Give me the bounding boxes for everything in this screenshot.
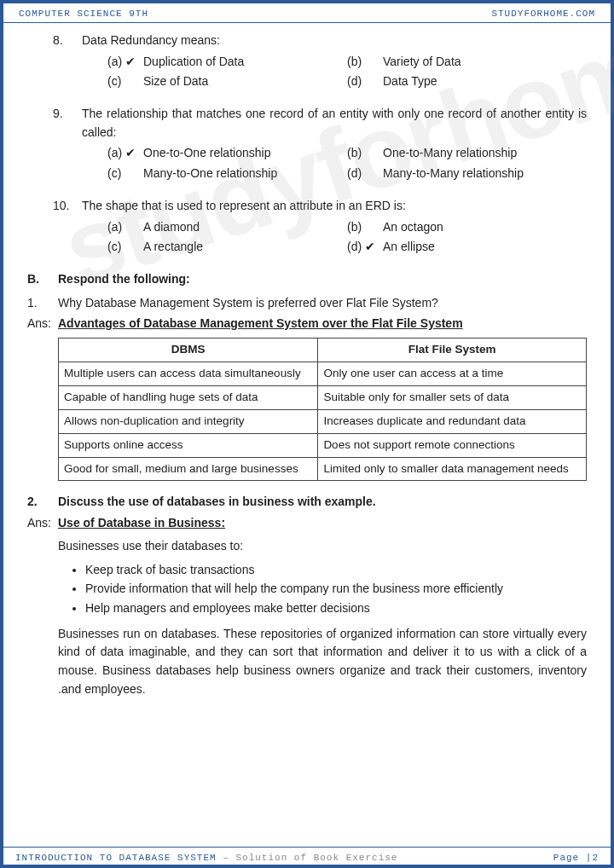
footer-title: INTRODUCTION TO DATABASE SYSTEM: [15, 853, 217, 863]
footer-left: INTRODUCTION TO DATABASE SYSTEM – Soluti…: [15, 853, 397, 863]
q-num: 1.: [27, 294, 58, 313]
section-text: Respond the following:: [58, 270, 190, 289]
q-text: Discuss the use of databases in business…: [58, 493, 376, 512]
mcq-8: 8.Data Redundancy means: (a) ✔Duplicatio…: [53, 32, 587, 93]
mcq-10: 10.The shape that is used to represent a…: [53, 197, 587, 258]
question-1: 1. Why Database Management System is pre…: [27, 294, 587, 313]
intro-text: Businesses use their databases to:: [58, 537, 587, 556]
table-cell: Increases duplicate and redundant data: [318, 409, 587, 433]
opt-text: A rectangle: [143, 238, 347, 257]
opt-label: (c): [107, 238, 143, 257]
q-text: Data Redundancy means:: [82, 32, 587, 50]
opt-text: One-to-Many relationship: [383, 144, 587, 163]
opt-text: An octagon: [383, 218, 587, 237]
opt-label: (a) ✔: [107, 53, 143, 72]
opt-text: Data Type: [383, 72, 587, 91]
opt-text: Size of Data: [143, 72, 347, 91]
q-text: Why Database Management System is prefer…: [58, 294, 438, 313]
q-num: 10.: [53, 197, 82, 216]
question-2: 2. Discuss the use of databases in busin…: [27, 493, 587, 512]
page-footer: INTRODUCTION TO DATABASE SYSTEM – Soluti…: [0, 847, 614, 868]
opt-label: (c): [107, 72, 143, 91]
opt-label: (d): [347, 165, 383, 183]
table-cell: Suitable only for smaller sets of data: [318, 385, 587, 409]
q-num: 2.: [27, 493, 58, 512]
page-number: Page |2: [553, 853, 599, 863]
page-frame: COMPUTER SCIENCE 9TH STUDYFORHOME.COM st…: [0, 0, 614, 868]
section-label: B.: [27, 270, 58, 289]
bullet-list: Keep track of basic transactions Provide…: [85, 561, 587, 618]
ans-label: Ans:: [27, 514, 58, 533]
table-cell: Capable of handling huge sets of data: [59, 385, 318, 409]
q-num: 9.: [53, 105, 82, 124]
opt-label: (b): [347, 144, 383, 163]
opt-text: A diamond: [143, 218, 347, 237]
list-item: Keep track of basic transactions: [85, 561, 587, 580]
opt-text: An ellipse: [383, 238, 587, 257]
footer-sub: – Solution of Book Exercise: [217, 853, 398, 863]
mcq-9: 9.The relationship that matches one reco…: [53, 105, 587, 185]
opt-text: One-to-One relationship: [143, 144, 347, 163]
comparison-table: DBMSFlat File System Multiple users can …: [58, 338, 587, 482]
section-b-heading: B. Respond the following:: [27, 270, 587, 289]
table-cell: Only one user can access at a time: [318, 362, 587, 385]
ans-text: Advantages of Database Management System…: [58, 315, 463, 333]
opt-label: (b): [347, 218, 383, 237]
opt-label: (a) ✔: [107, 144, 143, 163]
table-cell: Limited only to smaller data management …: [318, 457, 587, 481]
ans-text: Use of Database in Business:: [58, 514, 225, 533]
table-header: DBMS: [59, 338, 318, 362]
opt-label: (b): [347, 53, 383, 72]
opt-text: Many-to-Many relationship: [383, 165, 587, 183]
table-cell: Good for small, medium and large busines…: [59, 457, 318, 481]
opt-label: (a): [107, 218, 143, 237]
table-cell: Does not support remote connections: [318, 433, 587, 457]
header-left: COMPUTER SCIENCE 9TH: [19, 9, 148, 19]
header-right: STUDYFORHOME.COM: [491, 9, 595, 19]
page-header: COMPUTER SCIENCE 9TH STUDYFORHOME.COM: [3, 3, 611, 23]
answer-1-heading: Ans: Advantages of Database Management S…: [27, 315, 587, 333]
table-cell: Supports online access: [59, 433, 318, 457]
content-area: studyforhome.com 8.Data Redundancy means…: [3, 23, 611, 698]
ans-label: Ans:: [27, 315, 58, 333]
list-item: Help managers and employees make better …: [85, 599, 587, 618]
opt-text: Duplication of Data: [143, 53, 347, 72]
q-text: The relationship that matches one record…: [82, 105, 587, 142]
table-cell: Allows non-duplication and integrity: [59, 409, 318, 433]
opt-text: Variety of Data: [383, 53, 587, 72]
opt-label: (d) ✔: [347, 238, 383, 257]
q-text: The shape that is used to represent an a…: [82, 197, 587, 216]
opt-label: (c): [107, 165, 143, 183]
table-cell: Multiple users can access data simultane…: [59, 362, 318, 385]
opt-label: (d): [347, 72, 383, 91]
paragraph: Businesses run on databases. These repos…: [58, 625, 587, 699]
table-header: Flat File System: [318, 338, 587, 362]
list-item: Provide information that will help the c…: [85, 580, 587, 599]
answer-2-heading: Ans: Use of Database in Business:: [27, 514, 587, 533]
opt-text: Many-to-One relationship: [143, 165, 347, 183]
q-num: 8.: [53, 32, 82, 50]
